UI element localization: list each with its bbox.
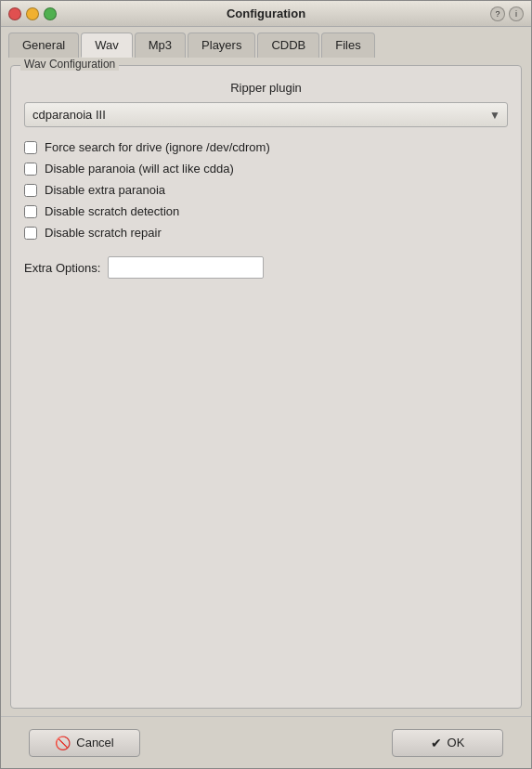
checkbox-force-search-row: Force search for drive (ignore /dev/cdro… [24, 140, 508, 154]
info-button[interactable]: i [509, 7, 524, 21]
checkbox-disable-scratch-repair-row: Disable scratch repair [24, 226, 508, 240]
disable-extra-paranoia-checkbox[interactable] [24, 184, 37, 197]
extra-options-row: Extra Options: [24, 256, 508, 279]
disable-extra-paranoia-label[interactable]: Disable extra paranoia [45, 183, 165, 197]
disable-scratch-detection-label[interactable]: Disable scratch detection [45, 204, 179, 218]
checkbox-disable-extra-row: Disable extra paranoia [24, 183, 508, 197]
wav-configuration-group: Wav Configuration Ripper plugin cdparano… [10, 65, 522, 709]
title-bar-right: ? i [490, 7, 524, 21]
ok-icon: ✔ [431, 736, 442, 750]
ripper-plugin-label: Ripper plugin [24, 81, 508, 95]
cancel-button[interactable]: 🚫 Cancel [29, 729, 140, 757]
ok-label: OK [448, 736, 465, 749]
tab-general[interactable]: General [8, 33, 79, 58]
disable-paranoia-label[interactable]: Disable paranoia (will act like cdda) [45, 162, 234, 176]
help-button[interactable]: ? [490, 7, 505, 21]
disable-paranoia-checkbox[interactable] [24, 163, 37, 176]
force-search-checkbox[interactable] [24, 141, 37, 154]
tab-players[interactable]: Players [188, 33, 255, 58]
disable-scratch-detection-checkbox[interactable] [24, 205, 37, 218]
extra-options-input[interactable] [108, 256, 264, 279]
main-content: Wav Configuration Ripper plugin cdparano… [1, 58, 531, 716]
tab-wav[interactable]: Wav [81, 33, 133, 58]
group-box-title: Wav Configuration [20, 58, 119, 71]
disable-scratch-repair-checkbox[interactable] [24, 227, 37, 240]
ok-button[interactable]: ✔ OK [392, 729, 503, 757]
footer: 🚫 Cancel ✔ OK [1, 716, 531, 768]
tab-mp3[interactable]: Mp3 [135, 33, 186, 58]
cancel-label: Cancel [76, 736, 113, 749]
checkbox-disable-paranoia-row: Disable paranoia (will act like cdda) [24, 162, 508, 176]
window: Configuration ? i General Wav Mp3 Player… [0, 0, 532, 769]
minimize-button[interactable] [26, 7, 39, 20]
window-controls [8, 7, 57, 20]
tab-cddb[interactable]: CDDB [257, 33, 319, 58]
tab-bar: General Wav Mp3 Players CDDB Files [1, 27, 531, 58]
title-bar: Configuration ? i [1, 1, 531, 27]
extra-options-label: Extra Options: [24, 261, 100, 275]
maximize-button[interactable] [44, 7, 57, 20]
ripper-plugin-select[interactable]: cdparanoia III [24, 102, 508, 127]
cancel-icon: 🚫 [55, 736, 71, 750]
disable-scratch-repair-label[interactable]: Disable scratch repair [45, 226, 162, 240]
force-search-label[interactable]: Force search for drive (ignore /dev/cdro… [45, 140, 270, 154]
close-button[interactable] [8, 7, 21, 20]
ripper-plugin-dropdown-container: cdparanoia III ▼ [24, 102, 508, 127]
checkbox-disable-scratch-detect-row: Disable scratch detection [24, 204, 508, 218]
tab-files[interactable]: Files [321, 33, 374, 58]
window-title: Configuration [227, 7, 305, 20]
